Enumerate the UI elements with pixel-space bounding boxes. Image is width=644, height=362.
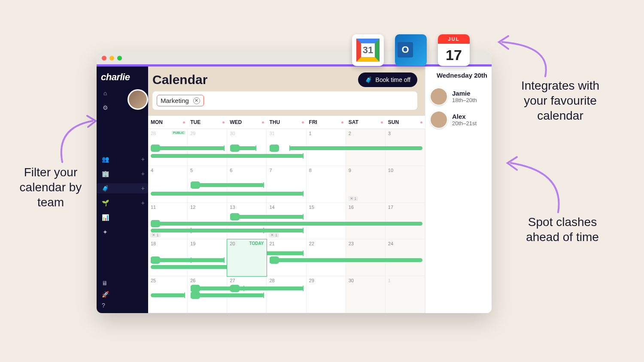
calendar-cell[interactable]: 2 <box>346 129 386 166</box>
person-range: 20th–21st <box>452 120 477 127</box>
home-icon: ⌂ <box>102 90 109 97</box>
weekday-header: MONTUEWEDTHUFRISATSUN <box>148 116 425 129</box>
app-window: charlie ⌂ ⚙ 👥+🏢+🧳+🌱+📊✦ 🖥🚀? Calendar 🧳 Bo… <box>97 51 492 313</box>
nav-icon: 🧳 <box>102 185 109 192</box>
calendar-cell[interactable]: 1 <box>307 129 346 166</box>
calendar-cell[interactable]: 5 <box>188 166 227 203</box>
calendar-cell[interactable]: 3 <box>386 129 425 166</box>
nav-item[interactable]: 🏢+ <box>102 169 148 179</box>
calendar-cell[interactable]: 15 <box>307 203 346 240</box>
page-title: Calendar <box>152 72 207 87</box>
filter-bar[interactable]: Marketing ✕ <box>152 91 417 110</box>
calendar-cell[interactable]: 4 <box>148 166 188 203</box>
header: Calendar 🧳 Book time off Marketing ✕ <box>148 66 425 116</box>
calendar-cell[interactable]: 21 <box>267 239 306 276</box>
calendar-cell[interactable]: 25 <box>148 276 188 313</box>
calendar-cell[interactable]: 6 <box>227 166 267 203</box>
nav-mid: 👥+🏢+🧳+🌱+📊✦ <box>97 151 148 237</box>
calendar-cell[interactable]: 26 <box>188 276 227 313</box>
calendar-cell[interactable]: 31 <box>267 129 306 166</box>
calendar-cell[interactable]: 10 <box>386 166 425 203</box>
calendar-cell[interactable]: 12 <box>188 203 227 240</box>
nav-bottom: 🖥🚀? <box>102 280 109 309</box>
calendar-cell[interactable]: 8 <box>307 166 346 203</box>
nav-icon: 🌱 <box>102 199 109 206</box>
calendar-cell[interactable]: 20TODAY <box>227 239 267 276</box>
calendar-cell[interactable]: 14✕ 1 <box>267 203 306 240</box>
calendar-cell[interactable]: 16 <box>346 203 386 240</box>
plus-icon[interactable]: + <box>141 170 145 177</box>
calendar-cell[interactable]: 13 <box>227 203 267 240</box>
nav-icon: 🏢 <box>102 170 109 177</box>
calendar-cell[interactable]: 30 <box>227 129 267 166</box>
google-calendar-icon: 31 <box>352 34 384 66</box>
calendar-cell[interactable]: 19 <box>188 239 227 276</box>
weekday-sun: SUN <box>386 116 425 129</box>
calendar-cell[interactable]: 18 <box>148 239 188 276</box>
filter-chip-remove-icon[interactable]: ✕ <box>193 97 200 104</box>
book-time-off-button[interactable]: 🧳 Book time off <box>358 72 417 87</box>
calendar-cell[interactable]: 11✕ 1 <box>148 203 188 240</box>
calendar-cell[interactable]: 1 <box>386 276 425 313</box>
nav-bottom-item[interactable]: 🖥 <box>102 280 109 287</box>
annotation-integrates: Integrates withyour favouritecalendar <box>507 78 614 123</box>
public-badge: PUBLIC <box>172 131 185 135</box>
plus-icon[interactable]: + <box>141 199 145 206</box>
weekday-fri: FRI <box>307 116 346 129</box>
weekday-wed: WED <box>227 116 267 129</box>
nav-icon: 📊 <box>102 214 109 221</box>
today-badge: TODAY <box>249 241 264 246</box>
calendar-cell[interactable]: 23 <box>346 239 386 276</box>
briefcase-icon: 🧳 <box>365 76 372 83</box>
nav-item[interactable]: 🧳+ <box>97 183 148 193</box>
person-row[interactable]: Jamie18th–20th <box>430 85 487 108</box>
calendar-cell[interactable]: 7 <box>267 166 306 203</box>
calendar-grid: 28PUBLIC293031123456789✕ 11011✕ 1121314✕… <box>148 129 425 313</box>
calendar-cell[interactable]: 9✕ 1 <box>346 166 386 203</box>
gear-icon: ⚙ <box>102 104 109 111</box>
right-panel-title: Wednesday 20th <box>430 72 487 79</box>
calendar-cell[interactable]: 29 <box>307 276 346 313</box>
nav-bottom-item[interactable]: ? <box>102 302 109 309</box>
count-badge: ✕ 1 <box>269 232 279 238</box>
filter-chip-label: Marketing <box>161 97 189 104</box>
window-minimize-icon[interactable] <box>109 56 114 60</box>
calendar-cell[interactable]: 24 <box>386 239 425 276</box>
window-zoom-icon[interactable] <box>117 56 122 60</box>
sidebar: charlie ⌂ ⚙ 👥+🏢+🧳+🌱+📊✦ 🖥🚀? <box>97 66 148 313</box>
plus-icon[interactable]: + <box>141 185 145 192</box>
weekday-mon: MON <box>148 116 188 129</box>
count-badge: ✕ 1 <box>348 196 358 201</box>
nav-item[interactable]: ✦ <box>102 227 148 237</box>
nav-icon: ✦ <box>102 229 109 235</box>
person-avatar <box>430 87 448 106</box>
person-row[interactable]: Alex20th–21st <box>430 108 487 131</box>
nav-item[interactable]: 👥+ <box>102 154 148 164</box>
calendar-cell[interactable]: 17 <box>386 203 425 240</box>
calendar-cell[interactable]: 28 <box>267 276 306 313</box>
nav-item[interactable]: 📊 <box>102 212 148 223</box>
calendar-cell[interactable]: 27 <box>227 276 267 313</box>
annotation-filter: Filter yourcalendar byteam <box>12 165 89 210</box>
avatar[interactable] <box>128 89 148 110</box>
calendar-integrations: 31 O JUL 17 <box>352 34 470 66</box>
nav-bottom-item[interactable]: 🚀 <box>102 291 109 298</box>
plus-icon[interactable]: + <box>141 156 145 163</box>
right-panel: Wednesday 20th Jamie18th–20thAlex20th–21… <box>425 66 492 313</box>
nav-icon: 👥 <box>102 156 109 163</box>
calendar-cell[interactable]: 28PUBLIC <box>148 129 188 166</box>
count-badge: ✕ 1 <box>150 232 161 238</box>
person-name: Alex <box>452 113 477 120</box>
window-close-icon[interactable] <box>102 56 106 60</box>
arrow-bottom-right <box>502 154 567 219</box>
nav-item[interactable]: 🌱+ <box>102 198 148 208</box>
calendar-cell[interactable]: 22 <box>307 239 346 276</box>
person-avatar <box>430 111 448 129</box>
filter-chip-marketing[interactable]: Marketing ✕ <box>157 95 204 106</box>
calendar-cell[interactable]: 29 <box>188 129 227 166</box>
calendar-cell[interactable]: 30 <box>346 276 386 313</box>
arrow-top-right <box>494 33 554 81</box>
annotation-clashes: Spot clashesahead of time <box>513 214 612 244</box>
person-name: Jamie <box>452 90 477 97</box>
apple-calendar-icon: JUL 17 <box>438 34 470 66</box>
